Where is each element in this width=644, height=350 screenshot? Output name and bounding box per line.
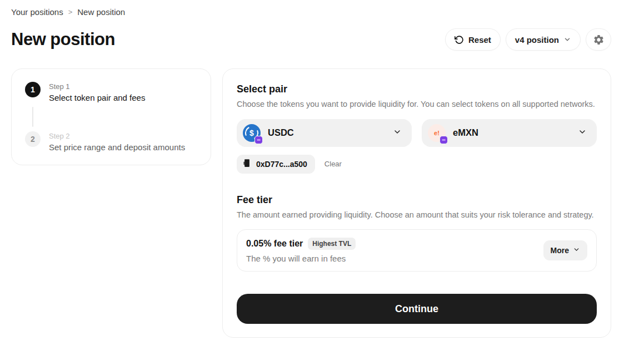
main-content: 1 Step 1 Select token pair and fees 2 St… (11, 68, 611, 338)
step-1-indicator: 1 (25, 82, 41, 97)
page-title: New position (11, 29, 115, 50)
settings-button[interactable] (586, 28, 611, 51)
page-header: New position Reset v4 position (11, 28, 611, 51)
rotate-ccw-icon (455, 35, 464, 45)
more-button-label: More (551, 246, 569, 255)
fee-tier-heading: Fee tier (237, 194, 597, 206)
step-2-label: Step 2 (49, 131, 185, 140)
fee-tier-description: The amount earned providing liquidity. C… (237, 210, 597, 221)
more-fee-tiers-button[interactable]: More (543, 240, 587, 260)
highest-tvl-badge: Highest TVL (308, 238, 356, 250)
contract-address-chip[interactable]: 0xD77c...a500 (237, 155, 315, 174)
breadcrumb: Your positions > New position (11, 7, 611, 17)
contract-icon (243, 159, 251, 170)
token-select-usdc[interactable]: $ ∞ USDC (237, 119, 412, 147)
step-1-title: Select token pair and fees (49, 93, 145, 102)
new-position-page: Your positions > New position New positi… (11, 0, 611, 338)
token-symbol-usdc: USDC (268, 127, 294, 138)
header-actions: Reset v4 position (445, 28, 611, 51)
clear-link[interactable]: Clear (325, 160, 342, 168)
version-dropdown[interactable]: v4 position (506, 28, 581, 51)
step-2-title: Set price range and deposit amounts (49, 142, 185, 152)
step-1-label: Step 1 (49, 82, 145, 91)
fee-tier-title: 0.05% fee tier (246, 239, 303, 249)
chevron-down-icon (573, 246, 580, 255)
version-dropdown-label: v4 position (515, 35, 559, 45)
token-select-emxn[interactable]: e! ∞ eMXN (422, 119, 597, 147)
steps-card: 1 Step 1 Select token pair and fees 2 St… (11, 68, 211, 165)
token-selector-row: $ ∞ USDC e! (237, 119, 597, 147)
reset-button-label: Reset (468, 35, 491, 45)
contract-chip-row: 0xD77c...a500 Clear (237, 155, 597, 174)
network-badge-icon: ∞ (440, 136, 448, 144)
usdc-token-icon: $ ∞ (243, 124, 261, 142)
gear-icon (593, 34, 605, 46)
reset-button[interactable]: Reset (445, 28, 501, 51)
select-pair-description: Choose the tokens you want to provide li… (237, 99, 597, 110)
chevron-down-icon (578, 127, 587, 139)
step-1-item[interactable]: 1 Step 1 Select token pair and fees (25, 82, 197, 102)
contract-address-text: 0xD77c...a500 (256, 160, 307, 169)
step-2-indicator: 2 (25, 131, 41, 147)
select-pair-card: Select pair Choose the tokens you want t… (222, 68, 611, 338)
fee-tier-subtitle: The % you will earn in fees (246, 254, 356, 263)
breadcrumb-separator-icon: > (68, 8, 73, 16)
step-2-item[interactable]: 2 Step 2 Set price range and deposit amo… (25, 131, 197, 152)
emxn-token-icon: e! ∞ (428, 124, 446, 142)
token-symbol-emxn: eMXN (453, 127, 478, 138)
chevron-down-icon (563, 36, 571, 43)
step-connector (32, 107, 33, 127)
breadcrumb-new-position[interactable]: New position (77, 7, 125, 17)
breadcrumb-your-positions[interactable]: Your positions (11, 7, 63, 17)
fee-tier-section: Fee tier The amount earned providing liq… (237, 194, 597, 272)
chevron-down-icon (393, 127, 402, 139)
fee-tier-info: 0.05% fee tier Highest TVL The % you wil… (246, 238, 356, 263)
continue-button[interactable]: Continue (237, 294, 597, 324)
fee-tier-card[interactable]: 0.05% fee tier Highest TVL The % you wil… (237, 229, 597, 272)
select-pair-heading: Select pair (237, 83, 597, 95)
network-badge-icon: ∞ (254, 136, 263, 144)
